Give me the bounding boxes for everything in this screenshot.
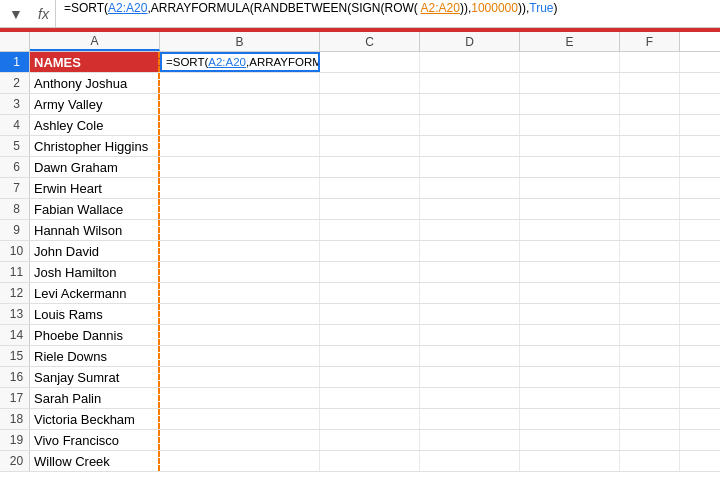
cell-f17[interactable] bbox=[620, 388, 680, 408]
cell-f20[interactable] bbox=[620, 451, 680, 471]
cell-f13[interactable] bbox=[620, 304, 680, 324]
cell-b13[interactable] bbox=[160, 304, 320, 324]
cell-a19-name[interactable]: Vivo Francisco bbox=[30, 430, 160, 450]
cell-f18[interactable] bbox=[620, 409, 680, 429]
cell-d4[interactable] bbox=[420, 115, 520, 135]
cell-e15[interactable] bbox=[520, 346, 620, 366]
cell-a8-name[interactable]: Fabian Wallace bbox=[30, 199, 160, 219]
col-header-d[interactable]: D bbox=[420, 32, 520, 51]
cell-c13[interactable] bbox=[320, 304, 420, 324]
cell-e14[interactable] bbox=[520, 325, 620, 345]
cell-c14[interactable] bbox=[320, 325, 420, 345]
cell-c5[interactable] bbox=[320, 136, 420, 156]
cell-b6[interactable] bbox=[160, 157, 320, 177]
cell-a6-name[interactable]: Dawn Graham bbox=[30, 157, 160, 177]
cell-b5[interactable] bbox=[160, 136, 320, 156]
cell-a10-name[interactable]: John David bbox=[30, 241, 160, 261]
cell-c18[interactable] bbox=[320, 409, 420, 429]
cell-b18[interactable] bbox=[160, 409, 320, 429]
cell-b9[interactable] bbox=[160, 220, 320, 240]
cell-f14[interactable] bbox=[620, 325, 680, 345]
cell-d12[interactable] bbox=[420, 283, 520, 303]
col-header-e[interactable]: E bbox=[520, 32, 620, 51]
cell-f5[interactable] bbox=[620, 136, 680, 156]
cell-a12-name[interactable]: Levi Ackermann bbox=[30, 283, 160, 303]
cell-d13[interactable] bbox=[420, 304, 520, 324]
cell-c10[interactable] bbox=[320, 241, 420, 261]
cell-d19[interactable] bbox=[420, 430, 520, 450]
cell-b12[interactable] bbox=[160, 283, 320, 303]
cell-b7[interactable] bbox=[160, 178, 320, 198]
cell-f10[interactable] bbox=[620, 241, 680, 261]
cell-c16[interactable] bbox=[320, 367, 420, 387]
cell-f9[interactable] bbox=[620, 220, 680, 240]
cell-b19[interactable] bbox=[160, 430, 320, 450]
cell-a20-name[interactable]: Willow Creek bbox=[30, 451, 160, 471]
cell-f11[interactable] bbox=[620, 262, 680, 282]
cell-d7[interactable] bbox=[420, 178, 520, 198]
cell-b20[interactable] bbox=[160, 451, 320, 471]
cell-a9-name[interactable]: Hannah Wilson bbox=[30, 220, 160, 240]
cell-e20[interactable] bbox=[520, 451, 620, 471]
cell-e5[interactable] bbox=[520, 136, 620, 156]
cell-e10[interactable] bbox=[520, 241, 620, 261]
cell-b16[interactable] bbox=[160, 367, 320, 387]
cell-b1-formula[interactable]: =SORT(A2:A20,ARRAYFORMULA(RANDBETWEEN(SI… bbox=[160, 52, 320, 72]
col-header-f[interactable]: F bbox=[620, 32, 680, 51]
cell-e2[interactable] bbox=[520, 73, 620, 93]
cell-f16[interactable] bbox=[620, 367, 680, 387]
cell-c3[interactable] bbox=[320, 94, 420, 114]
cell-d6[interactable] bbox=[420, 157, 520, 177]
cell-e18[interactable] bbox=[520, 409, 620, 429]
formula-bar-dropdown[interactable]: ▼ bbox=[4, 2, 28, 26]
cell-e4[interactable] bbox=[520, 115, 620, 135]
cell-d10[interactable] bbox=[420, 241, 520, 261]
col-header-c[interactable]: C bbox=[320, 32, 420, 51]
cell-b14[interactable] bbox=[160, 325, 320, 345]
cell-c8[interactable] bbox=[320, 199, 420, 219]
cell-a16-name[interactable]: Sanjay Sumrat bbox=[30, 367, 160, 387]
cell-c19[interactable] bbox=[320, 430, 420, 450]
cell-c15[interactable] bbox=[320, 346, 420, 366]
cell-b3[interactable] bbox=[160, 94, 320, 114]
cell-e11[interactable] bbox=[520, 262, 620, 282]
cell-f15[interactable] bbox=[620, 346, 680, 366]
cell-a13-name[interactable]: Louis Rams bbox=[30, 304, 160, 324]
cell-f3[interactable] bbox=[620, 94, 680, 114]
cell-a17-name[interactable]: Sarah Palin bbox=[30, 388, 160, 408]
cell-e6[interactable] bbox=[520, 157, 620, 177]
cell-b8[interactable] bbox=[160, 199, 320, 219]
col-header-b[interactable]: B bbox=[160, 32, 320, 51]
cell-c7[interactable] bbox=[320, 178, 420, 198]
cell-c9[interactable] bbox=[320, 220, 420, 240]
cell-c20[interactable] bbox=[320, 451, 420, 471]
cell-c17[interactable] bbox=[320, 388, 420, 408]
cell-b10[interactable] bbox=[160, 241, 320, 261]
cell-c12[interactable] bbox=[320, 283, 420, 303]
cell-d20[interactable] bbox=[420, 451, 520, 471]
cell-d2[interactable] bbox=[420, 73, 520, 93]
cell-d1[interactable] bbox=[420, 52, 520, 72]
cell-a7-name[interactable]: Erwin Heart bbox=[30, 178, 160, 198]
cell-f6[interactable] bbox=[620, 157, 680, 177]
cell-e7[interactable] bbox=[520, 178, 620, 198]
cell-c6[interactable] bbox=[320, 157, 420, 177]
cell-b4[interactable] bbox=[160, 115, 320, 135]
cell-b15[interactable] bbox=[160, 346, 320, 366]
cell-f4[interactable] bbox=[620, 115, 680, 135]
col-header-a[interactable]: A bbox=[30, 32, 160, 51]
cell-e19[interactable] bbox=[520, 430, 620, 450]
cell-a14-name[interactable]: Phoebe Dannis bbox=[30, 325, 160, 345]
cell-a3-name[interactable]: Army Valley bbox=[30, 94, 160, 114]
formula-input[interactable]: =SORT(A2:A20,ARRAYFORMULA(RANDBETWEEN(SI… bbox=[60, 0, 716, 27]
cell-e17[interactable] bbox=[520, 388, 620, 408]
cell-a4-name[interactable]: Ashley Cole bbox=[30, 115, 160, 135]
cell-f12[interactable] bbox=[620, 283, 680, 303]
cell-e8[interactable] bbox=[520, 199, 620, 219]
cell-c4[interactable] bbox=[320, 115, 420, 135]
cell-d17[interactable] bbox=[420, 388, 520, 408]
cell-c11[interactable] bbox=[320, 262, 420, 282]
cell-f8[interactable] bbox=[620, 199, 680, 219]
cell-a11-name[interactable]: Josh Hamilton bbox=[30, 262, 160, 282]
cell-d5[interactable] bbox=[420, 136, 520, 156]
